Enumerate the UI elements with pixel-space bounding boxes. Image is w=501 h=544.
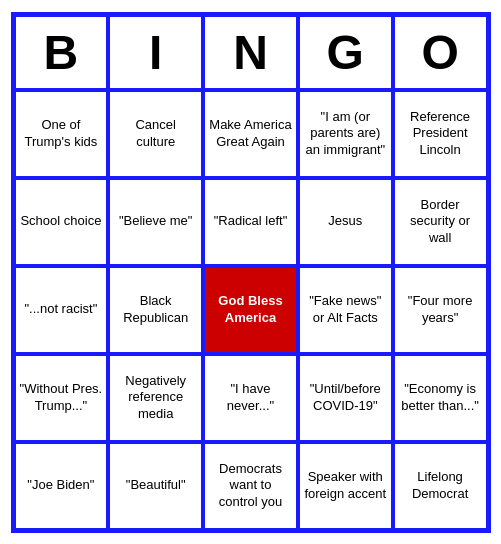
bingo-card: BINGO One of Trump's kidsCancel cultureM… (11, 12, 491, 533)
bingo-cell-10[interactable]: "...not racist" (14, 266, 109, 354)
bingo-letter: N (203, 15, 298, 90)
bingo-cell-8[interactable]: Jesus (298, 178, 393, 266)
bingo-cell-9[interactable]: Border security or wall (393, 178, 488, 266)
bingo-cell-17[interactable]: "I have never..." (203, 354, 298, 442)
bingo-letter: B (14, 15, 109, 90)
bingo-cell-12[interactable]: God Bless America (203, 266, 298, 354)
bingo-cell-7[interactable]: "Radical left" (203, 178, 298, 266)
bingo-cell-18[interactable]: "Until/before COVID-19" (298, 354, 393, 442)
bingo-cell-6[interactable]: "Believe me" (108, 178, 203, 266)
bingo-grid: One of Trump's kidsCancel cultureMake Am… (14, 90, 488, 530)
bingo-cell-15[interactable]: "Without Pres. Trump..." (14, 354, 109, 442)
bingo-cell-2[interactable]: Make America Great Again (203, 90, 298, 178)
bingo-cell-16[interactable]: Negatively reference media (108, 354, 203, 442)
bingo-cell-4[interactable]: Reference President Lincoln (393, 90, 488, 178)
bingo-letter: O (393, 15, 488, 90)
bingo-cell-5[interactable]: School choice (14, 178, 109, 266)
bingo-cell-21[interactable]: "Beautiful" (108, 442, 203, 530)
bingo-cell-23[interactable]: Speaker with foreign accent (298, 442, 393, 530)
bingo-letter: I (108, 15, 203, 90)
bingo-cell-1[interactable]: Cancel culture (108, 90, 203, 178)
bingo-letter: G (298, 15, 393, 90)
bingo-cell-0[interactable]: One of Trump's kids (14, 90, 109, 178)
bingo-cell-22[interactable]: Democrats want to control you (203, 442, 298, 530)
bingo-cell-14[interactable]: "Four more years" (393, 266, 488, 354)
bingo-cell-24[interactable]: Lifelong Democrat (393, 442, 488, 530)
bingo-cell-13[interactable]: "Fake news" or Alt Facts (298, 266, 393, 354)
bingo-header: BINGO (14, 15, 488, 90)
bingo-cell-20[interactable]: "Joe Biden" (14, 442, 109, 530)
bingo-cell-11[interactable]: Black Republican (108, 266, 203, 354)
bingo-cell-19[interactable]: "Economy is better than..." (393, 354, 488, 442)
bingo-cell-3[interactable]: "I am (or parents are) an immigrant" (298, 90, 393, 178)
